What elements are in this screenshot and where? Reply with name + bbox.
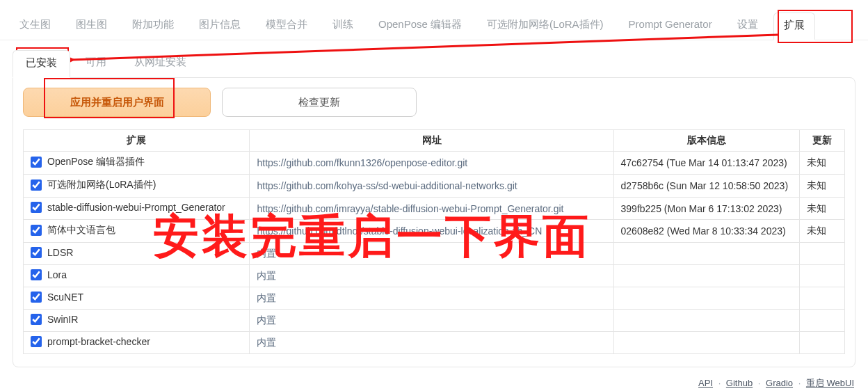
table-row: Lora内置 [24,265,845,287]
extension-name: 简体中文语言包 [47,224,115,237]
extension-checkbox[interactable] [31,336,42,347]
extension-update [799,310,844,332]
extension-version [613,287,799,310]
sub-tabs: 已安装可用从网址安装 [0,40,868,78]
extension-name: Lora [47,269,67,280]
extension-url: 内置 [250,243,613,265]
extension-name: 可选附加网络(LoRA插件) [47,179,156,191]
extension-checkbox[interactable] [31,225,42,236]
col-ext: 扩展 [24,130,250,152]
extension-toggle[interactable]: stable-diffusion-webui-Prompt_Generator [31,202,225,213]
apply-restart-button[interactable]: 应用并重启用户界面 [23,88,211,117]
extension-url: https://github.com/imrayya/stable-diffus… [250,198,613,220]
extension-version [613,265,799,287]
extension-checkbox[interactable] [31,269,42,280]
extension-url: https://github.com/kohya-ss/sd-webui-add… [250,175,613,198]
footer-links: API · Github · Gradio · 重启 WebUI [0,367,868,391]
installed-panel: 应用并重启用户界面 检查更新 扩展 网址 版本信息 更新 OpenPose 编辑… [13,77,855,367]
extension-update: 未知 [799,198,844,220]
extension-url: https://github.com/dtlnor/stable-diffusi… [250,220,613,243]
extension-toggle[interactable]: 可选附加网络(LoRA插件) [31,179,156,191]
extension-name: OpenPose 编辑器插件 [47,156,145,168]
table-row: 可选附加网络(LoRA插件)https://github.com/kohya-s… [24,175,845,198]
extension-version [613,310,799,332]
extension-toggle[interactable]: Lora [31,269,67,280]
sub-tab-2[interactable]: 从网址安装 [122,50,199,78]
sub-tab-1[interactable]: 可用 [73,50,119,78]
table-row: ScuNET内置 [24,287,845,310]
extension-checkbox[interactable] [31,247,42,258]
main-tab-3[interactable]: 图片信息 [189,13,250,40]
extension-update [799,287,844,310]
extension-update [799,243,844,265]
extension-toggle[interactable]: OpenPose 编辑器插件 [31,156,145,168]
extension-name: SwinIR [47,314,78,325]
extension-url: 内置 [250,287,613,310]
table-row: 简体中文语言包https://github.com/dtlnor/stable-… [24,220,845,243]
extension-version [613,332,799,354]
extension-update [799,332,844,354]
main-tab-1[interactable]: 图生图 [66,13,117,40]
main-tab-6[interactable]: OpenPose 编辑器 [369,13,472,40]
extension-url: 内置 [250,265,613,287]
extension-version: 47c62754 (Tue Mar 14 01:13:47 2023) [613,152,799,175]
main-tab-2[interactable]: 附加功能 [122,13,184,40]
main-tab-4[interactable]: 模型合并 [256,13,317,40]
footer-link[interactable]: 重启 WebUI [806,378,854,388]
col-ver: 版本信息 [613,130,799,152]
sub-tab-0[interactable]: 已安装 [13,50,70,78]
footer-link[interactable]: Gradio [766,378,793,388]
extension-name: stable-diffusion-webui-Prompt_Generator [47,202,225,213]
extension-version: 02608e82 (Wed Mar 8 10:33:34 2023) [613,220,799,243]
extension-checkbox[interactable] [31,179,42,191]
footer-link[interactable]: Github [726,378,753,388]
extension-url: 内置 [250,332,613,354]
extension-checkbox[interactable] [31,202,42,213]
col-url: 网址 [250,130,613,152]
table-row: LDSR内置 [24,243,845,265]
main-tabs: 文生图图生图附加功能图片信息模型合并训练OpenPose 编辑器可选附加网络(L… [0,7,868,40]
extension-toggle[interactable]: SwinIR [31,314,78,325]
main-tab-9[interactable]: 设置 [728,13,768,40]
extension-name: LDSR [47,247,73,258]
button-row: 应用并重启用户界面 检查更新 [23,88,845,117]
extension-checkbox[interactable] [31,314,42,325]
extension-toggle[interactable]: LDSR [31,247,73,258]
table-row: prompt-bracket-checker内置 [24,332,845,354]
extensions-table: 扩展 网址 版本信息 更新 OpenPose 编辑器插件https://gith… [23,129,845,354]
table-row: stable-diffusion-webui-Prompt_Generatorh… [24,198,845,220]
extension-version: d2758b6c (Sun Mar 12 10:58:50 2023) [613,175,799,198]
extension-update [799,265,844,287]
extension-url: 内置 [250,310,613,332]
table-row: OpenPose 编辑器插件https://github.com/fkunn13… [24,152,845,175]
extension-name: prompt-bracket-checker [47,336,150,347]
main-tab-8[interactable]: Prompt Generator [619,13,722,40]
table-row: SwinIR内置 [24,310,845,332]
extension-checkbox[interactable] [31,292,42,303]
main-tab-7[interactable]: 可选附加网络(LoRA插件) [477,13,613,40]
main-tab-0[interactable]: 文生图 [10,13,61,40]
check-updates-button[interactable]: 检查更新 [222,88,417,117]
extension-update: 未知 [799,152,844,175]
extension-toggle[interactable]: ScuNET [31,292,83,303]
extension-url: https://github.com/fkunn1326/openpose-ed… [250,152,613,175]
extension-toggle[interactable]: prompt-bracket-checker [31,336,150,347]
extension-toggle[interactable]: 简体中文语言包 [31,224,115,237]
extension-version: 399fb225 (Mon Mar 6 17:13:02 2023) [613,198,799,220]
extension-checkbox[interactable] [31,157,42,168]
main-tab-5[interactable]: 训练 [323,13,363,40]
extension-update: 未知 [799,175,844,198]
extension-name: ScuNET [47,292,83,303]
footer-link[interactable]: API [698,378,713,388]
col-upd: 更新 [799,130,844,152]
extension-update: 未知 [799,220,844,243]
extension-version [613,243,799,265]
main-tab-10[interactable]: 扩展 [773,13,815,40]
